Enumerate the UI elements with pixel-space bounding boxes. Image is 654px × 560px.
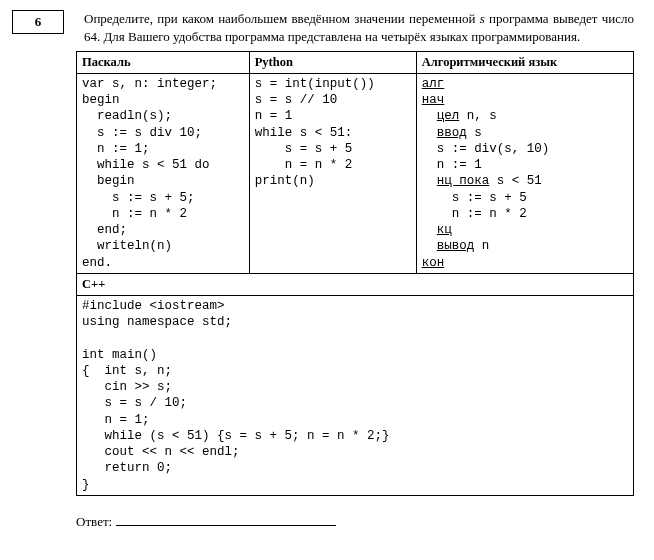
- code-cpp: #include <iostream> using namespace std;…: [77, 295, 634, 495]
- alg-l9: n := n * 2: [422, 207, 527, 221]
- problem-statement: Определите, при каком наибольшем введённ…: [84, 10, 634, 45]
- header-pascal: Паскаль: [77, 52, 250, 74]
- code-pascal: var s, n: integer; begin readln(s); s :=…: [77, 73, 250, 273]
- answer-label: Ответ:: [76, 513, 112, 531]
- alg-l8: s := s + 5: [422, 191, 527, 205]
- alg-kw-kon: кон: [422, 256, 445, 270]
- alg-kw-vvod: ввод: [437, 126, 467, 140]
- alg-l7b: s < 51: [489, 174, 542, 188]
- alg-kw-alg: алг: [422, 77, 445, 91]
- alg-l4b: s: [467, 126, 482, 140]
- alg-l3b: n, s: [459, 109, 497, 123]
- alg-l11b: n: [474, 239, 489, 253]
- header-python: Python: [249, 52, 416, 74]
- problem-text-part1: Определите, при каком наибольшем введённ…: [84, 11, 480, 26]
- code-table: Паскаль Python Алгоритмический язык var …: [76, 51, 634, 496]
- alg-kw-nach: нач: [422, 93, 445, 107]
- alg-kw-vyvod: вывод: [437, 239, 475, 253]
- alg-kw-kc: кц: [437, 223, 452, 237]
- alg-kw-cel: цел: [437, 109, 460, 123]
- code-alg: алг нач цел n, s ввод s s := div(s, 10) …: [416, 73, 633, 273]
- alg-kw-ncpoka: нц пока: [437, 174, 490, 188]
- code-python: s = int(input()) s = s // 10 n = 1 while…: [249, 73, 416, 273]
- answer-row: Ответ:: [76, 512, 634, 531]
- alg-l6: n := 1: [422, 158, 482, 172]
- header-alg: Алгоритмический язык: [416, 52, 633, 74]
- question-number-box: 6: [12, 10, 64, 34]
- header-cpp: С++: [77, 273, 634, 295]
- alg-l5: s := div(s, 10): [422, 142, 550, 156]
- answer-blank-line[interactable]: [116, 512, 336, 526]
